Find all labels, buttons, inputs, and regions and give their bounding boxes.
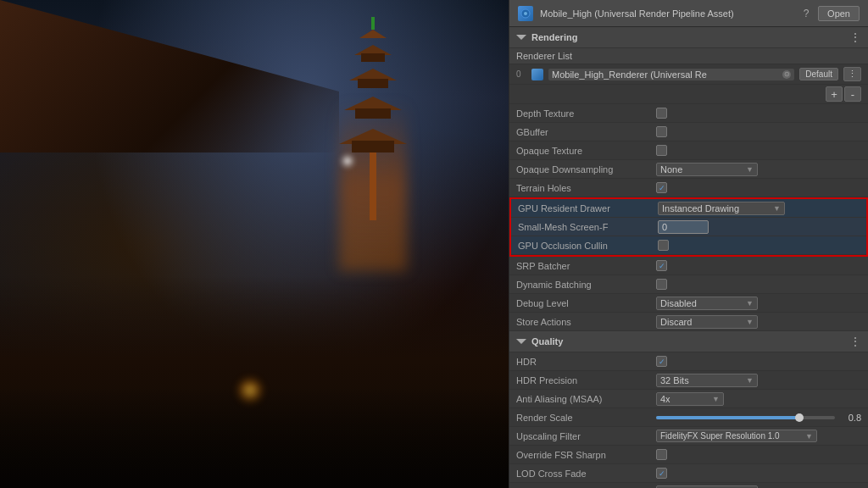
dropdown-arrow-7-icon: ▼ — [805, 432, 813, 441]
prop-small-mesh-screen: Small-Mesh Screen-F 0 — [511, 218, 866, 236]
prop-gpu-occlusion-culling: GPU Occlusion Cullin — [511, 236, 866, 255]
prop-hdr: HDR — [509, 352, 868, 371]
prop-opaque-downsampling-label: Opaque Downsampling — [516, 164, 656, 175]
help-icon[interactable]: ? — [799, 7, 813, 20]
foreground-dark — [0, 386, 509, 488]
prop-debug-level-label: Debug Level — [516, 298, 656, 308]
prop-lod-cross-fade-dither-dropdown[interactable]: Blue Noise ▼ — [656, 485, 758, 489]
prop-override-fsr-label: Override FSR Sharpn — [516, 450, 656, 460]
prop-depth-texture-checkbox[interactable] — [656, 108, 667, 119]
prop-store-actions-dropdown[interactable]: Discard ▼ — [656, 315, 758, 329]
prop-srp-batcher-checkbox[interactable] — [656, 260, 667, 271]
prop-lod-cross-fade-checkbox[interactable] — [656, 468, 667, 479]
renderer-name[interactable]: Mobile_High_Renderer (Universal Re ⊙ — [548, 69, 794, 80]
prop-gpu-resident-drawer: GPU Resident Drawer Instanced Drawing ▼ — [511, 199, 866, 218]
prop-dynamic-batching-checkbox[interactable] — [656, 279, 667, 290]
prop-anti-aliasing: Anti Aliasing (MSAA) 4x ▼ — [509, 390, 868, 408]
prop-hdr-label: HDR — [516, 357, 656, 367]
prop-gbuffer: GBuffer — [509, 123, 868, 141]
renderer-item-row: 0 Mobile_High_Renderer (Universal Re ⊙ D… — [509, 64, 868, 85]
render-scale-fill — [656, 416, 799, 419]
renderer-list-label: Renderer List — [509, 48, 868, 64]
prop-hdr-precision-dropdown[interactable]: 32 Bits ▼ — [656, 374, 758, 387]
svg-point-1 — [524, 12, 527, 15]
prop-debug-level: Debug Level Disabled ▼ — [509, 294, 868, 313]
prop-opaque-downsampling: Opaque Downsampling None ▼ — [509, 160, 868, 179]
rendering-collapse-icon — [516, 35, 526, 40]
dropdown-arrow-5-icon: ▼ — [746, 376, 754, 385]
panel-title: Mobile_High (Universal Render Pipeline A… — [540, 8, 734, 19]
prop-gbuffer-checkbox[interactable] — [656, 126, 667, 137]
prop-render-scale: Render Scale 0.8 — [509, 408, 868, 427]
prop-depth-texture-label: Depth Texture — [516, 108, 656, 119]
quality-collapse-icon — [516, 339, 526, 344]
dropdown-arrow-6-icon: ▼ — [712, 395, 720, 403]
prop-lod-cross-fade-dither: LOD Cross Fade Dithe Blue Noise ▼ — [509, 483, 868, 488]
prop-gpu-resident-drawer-label: GPU Resident Drawer — [518, 203, 658, 214]
moon-glow — [339, 152, 356, 169]
prop-opaque-texture-label: Opaque Texture — [516, 146, 656, 156]
pagoda — [322, 17, 424, 271]
prop-store-actions: Store Actions Discard ▼ — [509, 313, 868, 331]
prop-render-scale-label: Render Scale — [516, 413, 656, 423]
render-scale-value: 0.8 — [840, 413, 861, 423]
asset-icon — [518, 6, 533, 21]
prop-gpu-occlusion-culling-checkbox[interactable] — [658, 240, 669, 251]
renderer-settings-dot[interactable]: ⊙ — [782, 70, 791, 79]
quality-section-header[interactable]: Quality ⋮ — [509, 331, 868, 352]
rendering-section-menu-icon[interactable]: ⋮ — [849, 30, 861, 44]
prop-srp-batcher-label: SRP Batcher — [516, 261, 656, 271]
panel-content[interactable]: Rendering ⋮ Renderer List 0 Mobile_High_… — [509, 27, 868, 488]
add-renderer-button[interactable]: + — [826, 86, 843, 102]
quality-section-menu-icon[interactable]: ⋮ — [849, 335, 861, 348]
dropdown-arrow-3-icon: ▼ — [746, 299, 754, 308]
prop-anti-aliasing-dropdown[interactable]: 4x ▼ — [656, 392, 724, 406]
prop-override-fsr: Override FSR Sharpn — [509, 446, 868, 464]
prop-small-mesh-screen-label: Small-Mesh Screen-F — [518, 222, 658, 232]
prop-opaque-downsampling-dropdown[interactable]: None ▼ — [656, 163, 758, 176]
panel-header: Mobile_High (Universal Render Pipeline A… — [509, 0, 868, 27]
prop-upscaling-filter-label: Upscaling Filter — [516, 431, 656, 441]
prop-gpu-resident-drawer-dropdown[interactable]: Instanced Drawing ▼ — [658, 202, 785, 215]
prop-terrain-holes-label: Terrain Holes — [516, 183, 656, 193]
prop-upscaling-filter: Upscaling Filter FidelityFX Super Resolu… — [509, 427, 868, 446]
prop-debug-level-dropdown[interactable]: Disabled ▼ — [656, 297, 758, 310]
dropdown-arrow-icon: ▼ — [746, 165, 754, 174]
inspector-panel: Mobile_High (Universal Render Pipeline A… — [509, 0, 868, 488]
rendering-section-label: Rendering — [531, 32, 577, 42]
open-button[interactable]: Open — [818, 6, 860, 21]
renderer-default-button[interactable]: Default — [799, 68, 838, 80]
prop-hdr-checkbox[interactable] — [656, 356, 667, 367]
prop-anti-aliasing-label: Anti Aliasing (MSAA) — [516, 394, 656, 404]
renderer-more-button[interactable]: ⋮ — [843, 67, 861, 81]
prop-store-actions-label: Store Actions — [516, 317, 656, 327]
render-scale-thumb[interactable] — [795, 413, 804, 422]
prop-gbuffer-label: GBuffer — [516, 127, 656, 137]
prop-small-mesh-screen-input[interactable]: 0 — [658, 220, 709, 234]
dropdown-arrow-2-icon: ▼ — [773, 204, 781, 213]
quality-section-label: Quality — [531, 336, 563, 347]
prop-srp-batcher: SRP Batcher — [509, 257, 868, 275]
prop-terrain-holes-checkbox[interactable] — [656, 182, 667, 193]
prop-gpu-occlusion-culling-label: GPU Occlusion Cullin — [518, 241, 658, 251]
remove-renderer-button[interactable]: - — [844, 86, 861, 102]
renderer-icon — [531, 69, 543, 80]
prop-lod-cross-fade-label: LOD Cross Fade — [516, 469, 656, 479]
viewport — [0, 0, 509, 488]
prop-hdr-precision-label: HDR Precision — [516, 375, 656, 385]
prop-opaque-texture: Opaque Texture — [509, 141, 868, 160]
gpu-highlight-box: GPU Resident Drawer Instanced Drawing ▼ … — [509, 197, 868, 257]
dropdown-arrow-4-icon: ▼ — [746, 318, 754, 326]
add-remove-row: + - — [509, 85, 868, 104]
renderer-name-text: Mobile_High_Renderer (Universal Re — [552, 69, 779, 80]
render-scale-track[interactable] — [656, 416, 835, 419]
prop-opaque-texture-checkbox[interactable] — [656, 145, 667, 156]
prop-dynamic-batching-label: Dynamic Batching — [516, 280, 656, 290]
prop-terrain-holes: Terrain Holes — [509, 179, 868, 197]
prop-hdr-precision: HDR Precision 32 Bits ▼ — [509, 371, 868, 390]
prop-override-fsr-checkbox[interactable] — [656, 449, 667, 460]
prop-upscaling-filter-dropdown[interactable]: FidelityFX Super Resolution 1.0 ▼ — [656, 430, 817, 442]
renderer-index: 0 — [516, 69, 526, 79]
prop-depth-texture: Depth Texture — [509, 104, 868, 123]
rendering-section-header[interactable]: Rendering ⋮ — [509, 27, 868, 48]
